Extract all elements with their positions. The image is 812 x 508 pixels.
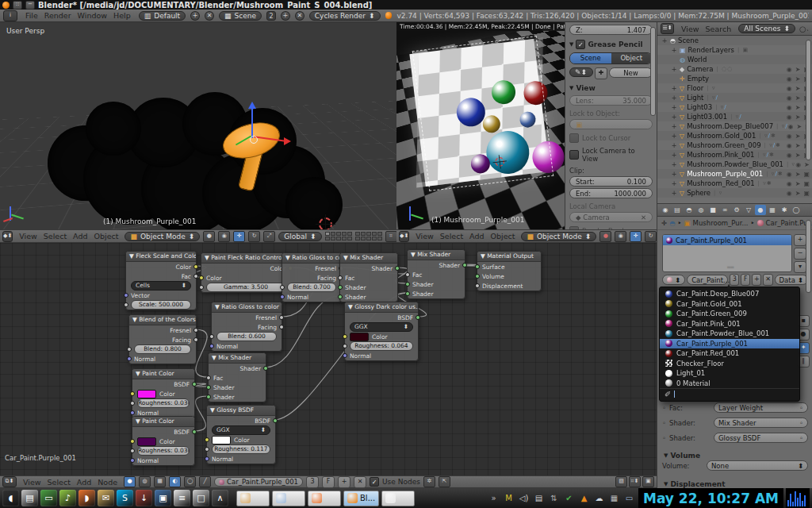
visibility-icon[interactable]: ◉ xyxy=(787,190,792,197)
tray-mega-sync[interactable]: M xyxy=(502,491,515,505)
tray-network-transfers[interactable]: ⇅ xyxy=(547,491,561,505)
transform-orientation-select[interactable]: Global⬍ xyxy=(278,232,321,241)
launcher-screenshot[interactable]: ▣ xyxy=(155,490,171,506)
properties-tab-material[interactable]: ● xyxy=(755,205,766,215)
slot-remove-button[interactable]: − xyxy=(794,248,806,260)
clip-start-slider[interactable]: Start:0.100 xyxy=(569,176,653,187)
material-unlink-button[interactable]: ✕ xyxy=(763,274,772,286)
output-socket[interactable] xyxy=(193,337,198,342)
menu-select[interactable]: Select xyxy=(437,232,466,241)
node-ratio-gloss-to-color[interactable]: ▼ Ratio Gloss to colorFresnelFacingBlend… xyxy=(282,252,342,302)
window-minimize-button[interactable]: − xyxy=(25,1,35,10)
layers-widget[interactable] xyxy=(325,232,382,241)
launcher-skype[interactable]: S xyxy=(117,490,133,506)
blender-window[interactable]: Bl... xyxy=(343,491,379,506)
z-location-slider[interactable]: Z:1.407 xyxy=(569,25,653,35)
output-socket[interactable] xyxy=(273,418,278,423)
clip-end-slider[interactable]: End:1000.000 xyxy=(569,188,653,198)
surface-select-2[interactable]: Glossy BSDF◦ xyxy=(714,433,808,443)
tray-weather[interactable]: ☁ xyxy=(592,491,606,505)
pin-icon[interactable]: ✛ xyxy=(661,219,667,227)
grease-pencil-draw-icon[interactable]: ✎⬍ xyxy=(569,67,593,77)
input-socket[interactable] xyxy=(205,447,209,452)
output-socket[interactable] xyxy=(462,263,467,267)
tray-media-player-tray[interactable]: » xyxy=(487,491,500,505)
input-socket[interactable] xyxy=(405,291,410,296)
value-slider[interactable]: Gamma: 3.500 xyxy=(206,283,285,292)
selectability-icon[interactable]: ➤ xyxy=(795,75,801,83)
node-zebra-button[interactable]: ▨ xyxy=(615,476,627,487)
selectability-icon[interactable]: ➤ xyxy=(797,123,802,130)
data-source-select[interactable]: Data⬍ xyxy=(775,275,808,285)
surface-select-1[interactable]: Mix Shader◦ xyxy=(714,418,808,428)
menu-select[interactable]: Select xyxy=(40,232,70,241)
launcher-start-menu[interactable]: ◖ xyxy=(2,490,19,506)
render-pivot-button[interactable]: ◉ xyxy=(615,231,626,242)
manipulator-scale-button[interactable]: ⤢ xyxy=(263,231,275,242)
node-paint-color[interactable]: ▼ Paint ColorBSDFColorRoughness: 0.030No… xyxy=(132,368,195,418)
properties-tab-world[interactable]: ◍ xyxy=(695,205,707,215)
visibility-icon[interactable]: ◉ xyxy=(787,104,792,111)
input-socket[interactable] xyxy=(130,410,135,415)
node-enum-menu[interactable]: GGX⬍ xyxy=(212,425,270,435)
render-shading-button[interactable]: ● xyxy=(599,231,611,242)
dropdown-item-car_paint.powder_blue_001[interactable]: Car_Paint.Powder_Blue_001 xyxy=(660,329,799,339)
input-socket[interactable] xyxy=(343,334,347,339)
node-glossy-bsdf[interactable]: ▼ Glossy BSDFBSDFGGX⬍ColorRoughness: 0.1… xyxy=(206,405,276,464)
input-socket[interactable] xyxy=(205,437,209,442)
input-socket[interactable] xyxy=(405,282,410,287)
properties-tab-physics[interactable]: ◯ xyxy=(791,205,802,215)
input-socket[interactable] xyxy=(405,272,410,277)
value-slider[interactable]: Roughness: 0.117 xyxy=(212,444,270,454)
input-socket[interactable] xyxy=(199,285,204,290)
material-slot-active[interactable]: Car_Paint.Purple_001 xyxy=(663,235,791,245)
node-texture-button[interactable]: ╱ xyxy=(199,476,211,487)
visibility-icon[interactable]: ◉ xyxy=(787,66,792,73)
input-socket[interactable] xyxy=(280,285,285,290)
outliner-item-light03.001[interactable]: +▽Light03.001| ▿/◉➤▣ xyxy=(657,112,812,121)
input-socket[interactable] xyxy=(209,344,214,348)
selectability-icon[interactable]: ➤ xyxy=(795,133,801,140)
node-render-button[interactable]: ▣ xyxy=(642,476,654,487)
output-socket[interactable] xyxy=(193,274,198,279)
renderability-icon[interactable]: ▣ xyxy=(803,190,810,197)
node-editor[interactable]: ▼ Fleck Scale and ColorColorFacCells⬍Vec… xyxy=(0,243,657,475)
launcher-downloads[interactable]: ↓ xyxy=(136,490,152,506)
input-socket[interactable] xyxy=(130,401,135,406)
tray-keyboard-layout[interactable]: ▤ xyxy=(532,491,546,505)
input-socket[interactable] xyxy=(124,293,128,298)
input-socket[interactable] xyxy=(127,347,132,352)
file-manager-window[interactable] xyxy=(272,491,305,506)
outliner-item-mushroom_red_001[interactable]: +▽Mushroom_Red_001| ▿✱◉➤▣ xyxy=(657,179,812,188)
visibility-icon[interactable]: ◉ xyxy=(787,114,792,121)
launcher-music-player[interactable]: ♪ xyxy=(59,490,76,506)
image-viewer-window[interactable] xyxy=(236,491,270,506)
color-swatch[interactable] xyxy=(137,390,156,398)
selectability-icon[interactable]: ➤ xyxy=(795,190,801,197)
input-socket[interactable] xyxy=(343,344,347,348)
outliner-item-sphere[interactable]: +▽Sphere| ▿◉➤▣ xyxy=(657,188,812,198)
manipulator-rotate-button[interactable]: ↻ xyxy=(248,231,260,242)
outliner-item-floor[interactable]: +▽Floor| ▿◉➤▣ xyxy=(657,83,812,93)
surface-select-0[interactable]: Layer Weight◦ xyxy=(714,402,808,413)
node-fleck-scale-and-color[interactable]: ▼ Fleck Scale and ColorColorFacCells⬍Vec… xyxy=(125,251,197,310)
node-material-output[interactable]: ▼ Material OutputSurfaceVolumeDisplaceme… xyxy=(477,251,542,291)
use-nodes-checkbox[interactable]: ✓ xyxy=(370,477,379,487)
render-engine-select[interactable]: Cycles Render⬍ xyxy=(309,11,381,21)
material-browse-button[interactable]: ⬍ xyxy=(662,275,685,285)
dropdown-item-car_paint.green_009[interactable]: Car_Paint.Green_009 xyxy=(660,309,799,319)
properties-tab-object[interactable]: ■ xyxy=(707,205,718,215)
node-magnet-button[interactable]: ⌗⬍ xyxy=(629,476,641,487)
selectability-icon[interactable]: ➤ xyxy=(795,85,801,92)
local-camera-field[interactable]: ◆ Camera✕ xyxy=(569,212,653,222)
input-socket[interactable] xyxy=(130,439,135,444)
volume-panel-header[interactable]: ▼Volume xyxy=(664,452,700,460)
mushroom-mesh-blob[interactable] xyxy=(86,102,141,156)
grease-pencil-new-button[interactable]: New xyxy=(609,67,653,78)
menu-add[interactable]: Add xyxy=(74,478,94,487)
tray-display-tray[interactable]: ▭ xyxy=(622,491,636,505)
node-mix-shader[interactable]: ▼ Mix ShaderShaderFacShaderShader xyxy=(208,352,266,402)
audio-waveform-icon[interactable] xyxy=(786,488,810,508)
output-socket[interactable] xyxy=(279,325,284,329)
launcher-mail[interactable]: ✉ xyxy=(98,490,114,506)
